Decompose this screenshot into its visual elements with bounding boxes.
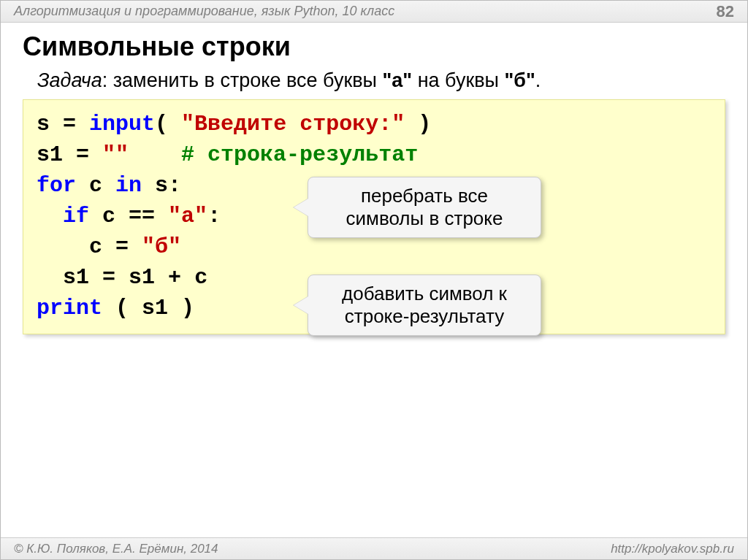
code-line-2: s1 = "" # строка-результат	[37, 139, 711, 170]
page-title: Символьные строки	[1, 23, 747, 68]
breadcrumb: Алгоритмизация и программирование, язык …	[14, 4, 717, 19]
task-label: Задача	[37, 69, 102, 91]
task-statement: Задача: заменить в строке все буквы "а" …	[1, 68, 747, 99]
copyright: © К.Ю. Поляков, Е.А. Ерёмин, 2014	[14, 542, 611, 556]
task-text-1: : заменить в строке все буквы	[102, 69, 383, 91]
code-wrapper: s = input( "Введите строку:" ) s1 = "" #…	[23, 99, 725, 334]
callout-loop: перебрать все символы в строке	[308, 177, 541, 238]
url: http://kpolyakov.spb.ru	[611, 542, 734, 556]
task-literal-a: "а"	[383, 69, 413, 91]
task-literal-b: "б"	[505, 69, 535, 91]
code-line-1: s = input( "Введите строку:" )	[37, 109, 711, 139]
task-text-2: на буквы	[412, 69, 504, 91]
footer-bar: © К.Ю. Поляков, Е.А. Ерёмин, 2014 http:/…	[1, 537, 747, 559]
header-bar: Алгоритмизация и программирование, язык …	[1, 1, 747, 23]
slide: Алгоритмизация и программирование, язык …	[0, 0, 748, 560]
callout-append: добавить символ к строке-результату	[308, 275, 541, 336]
task-text-3: .	[535, 69, 541, 91]
page-number: 82	[717, 2, 734, 21]
